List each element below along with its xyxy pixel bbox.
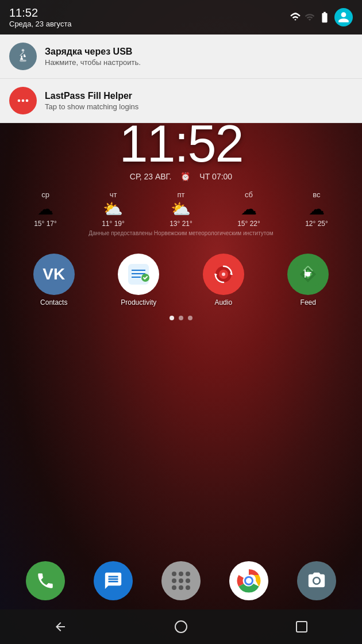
status-date: Среда, 23 августа: [9, 20, 290, 28]
weather-day-4: вс ☁ 12° 25°: [305, 190, 328, 228]
nav-bar: [0, 610, 362, 644]
notif-usb-title: Зарядка через USB: [45, 47, 353, 57]
dock-chrome[interactable]: [229, 561, 268, 600]
weather-temp-2: 13° 21°: [170, 220, 192, 228]
notif-usb-subtitle: Нажмите, чтобы настроить.: [45, 58, 353, 67]
weather-day-name-2: пт: [177, 190, 184, 199]
page-indicators: [170, 316, 192, 320]
weather-icon-4: ☁: [309, 201, 325, 217]
notif-icon-usb: [9, 43, 37, 70]
user-avatar[interactable]: [334, 8, 353, 26]
app-label-productivity: Productivity: [121, 298, 156, 306]
dock-camera[interactable]: [297, 561, 336, 600]
dock-phone[interactable]: [26, 561, 65, 600]
page-dot-2: [179, 316, 183, 320]
weather-temp-1: 11° 19°: [102, 220, 125, 228]
weather-temp-4: 12° 25°: [305, 220, 328, 228]
page-dot-1: [170, 316, 174, 320]
app-icon-audio: [203, 254, 244, 295]
svg-point-4: [26, 99, 29, 102]
status-left: 11:52 Среда, 23 августа: [9, 6, 290, 28]
svg-point-21: [246, 578, 252, 584]
status-time: 11:52: [9, 6, 290, 19]
wifi-icon: [290, 12, 301, 23]
app-feed[interactable]: Feed: [285, 254, 331, 306]
page-dot-3: [188, 316, 192, 320]
weather-day-name-4: вс: [313, 190, 320, 199]
nav-back-button[interactable]: [53, 620, 67, 634]
app-audio[interactable]: Audio: [201, 254, 247, 306]
weather-icon-2: ⛅: [171, 201, 191, 217]
svg-point-1: [22, 49, 25, 52]
dock-messages[interactable]: [94, 561, 133, 600]
app-label-contacts: Contacts: [40, 298, 67, 306]
weather-days: ср ☁ 15° 17° чт ⛅ 11° 19° пт ⛅ 13° 21° с…: [11, 190, 351, 228]
notif-icon-lastpass: [9, 87, 37, 114]
app-label-audio: Audio: [214, 298, 232, 306]
app-productivity[interactable]: Productivity: [115, 254, 161, 306]
camera-icon: [307, 571, 326, 591]
battery-icon: [318, 11, 331, 24]
svg-rect-24: [296, 622, 307, 632]
notif-usb-text: Зарядка через USB Нажмите, чтобы настрои…: [45, 47, 353, 67]
weather-day-1: чт ⛅ 11° 19°: [102, 190, 125, 228]
clock-widget: 11:52 СР, 23 АВГ. ⏰ ЧТ 07:00: [119, 118, 242, 181]
dock-apps[interactable]: [161, 561, 201, 600]
clock-date-row: СР, 23 АВГ. ⏰ ЧТ 07:00: [119, 172, 242, 181]
notifications-area: Зарядка через USB Нажмите, чтобы настрои…: [0, 34, 362, 123]
svg-point-3: [22, 99, 25, 102]
audio-icon-svg: [211, 262, 236, 287]
svg-point-22: [314, 578, 319, 583]
chrome-icon: [237, 569, 261, 593]
svg-point-2: [18, 99, 21, 102]
feed-icon-svg: [295, 262, 321, 287]
notif-lastpass-title: LastPass Fill Helper: [45, 91, 353, 101]
app-icons-row: VK Contacts Productivity: [0, 254, 362, 306]
nav-recents-button[interactable]: [295, 620, 309, 634]
notif-lastpass-subtitle: Tap to show matching logins: [45, 102, 353, 111]
productivity-icon-svg: [126, 262, 151, 287]
svg-rect-17: [305, 270, 306, 278]
app-icon-productivity: [118, 254, 159, 295]
weather-source: Данные предоставлены Норвежским метеорол…: [11, 230, 351, 236]
weather-temp-3: 15° 22°: [237, 220, 260, 228]
recents-icon: [295, 620, 309, 634]
home-screen: 11:52 СР, 23 АВГ. ⏰ ЧТ 07:00 ср ☁ 15° 17…: [0, 112, 362, 575]
home-icon: [174, 620, 188, 634]
app-contacts[interactable]: VK Contacts: [31, 254, 77, 306]
dock: [0, 552, 362, 610]
weather-day-2: пт ⛅ 13° 21°: [170, 190, 192, 228]
clock-alarm: ЧТ 07:00: [199, 172, 232, 181]
messages-icon: [103, 571, 123, 591]
notif-lastpass-text: LastPass Fill Helper Tap to show matchin…: [45, 91, 353, 111]
weather-day-name-1: чт: [110, 190, 117, 199]
weather-widget: ср ☁ 15° 17° чт ⛅ 11° 19° пт ⛅ 13° 21° с…: [0, 185, 362, 242]
svg-rect-0: [20, 60, 26, 62]
phone-icon: [36, 571, 55, 591]
svg-point-10: [222, 273, 225, 276]
apps-grid-icon: [166, 566, 196, 596]
clock-date: СР, 23 АВГ.: [130, 172, 171, 181]
weather-day-name-0: ср: [41, 190, 49, 199]
vk-logo-text: VK: [43, 265, 65, 283]
clock-time: 11:52: [119, 118, 242, 170]
signal-icon: [305, 12, 315, 22]
svg-point-23: [175, 621, 187, 632]
back-icon: [53, 620, 67, 634]
status-icons: [290, 8, 353, 26]
notification-usb[interactable]: Зарядка через USB Нажмите, чтобы настрои…: [0, 34, 362, 79]
weather-icon-3: ☁: [241, 201, 257, 217]
app-label-feed: Feed: [301, 298, 316, 306]
weather-temp-0: 15° 17°: [34, 220, 57, 228]
weather-icon-1: ⛅: [103, 201, 123, 217]
notification-lastpass[interactable]: LastPass Fill Helper Tap to show matchin…: [0, 79, 362, 123]
app-icon-feed: [287, 254, 329, 295]
app-icon-vk: VK: [33, 254, 75, 295]
weather-day-name-3: сб: [245, 190, 253, 199]
status-bar: 11:52 Среда, 23 августа: [0, 0, 362, 34]
clock-alarm-icon: ⏰: [180, 172, 190, 181]
weather-icon-0: ☁: [37, 201, 53, 217]
weather-day-3: сб ☁ 15° 22°: [237, 190, 260, 228]
nav-home-button[interactable]: [174, 620, 188, 634]
weather-day-0: ср ☁ 15° 17°: [34, 190, 57, 228]
